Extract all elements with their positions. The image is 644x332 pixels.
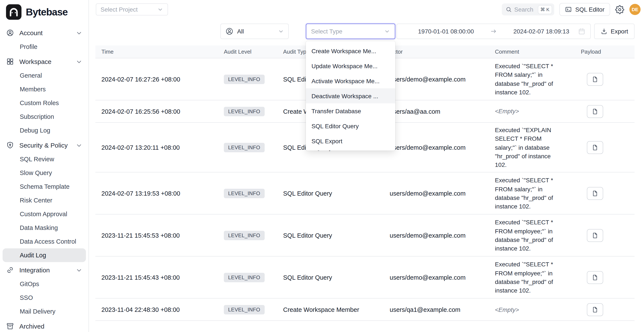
sidebar-item-general[interactable]: General: [2, 69, 86, 82]
chevron-down-icon: [76, 142, 82, 149]
brand-logo[interactable]: Bytebase: [0, 3, 88, 25]
sidebar-item-audit-log[interactable]: Audit Log: [2, 248, 86, 262]
type-option-update-workspace-me[interactable]: Update Workspace Me...: [306, 58, 395, 73]
cell-payload: [575, 73, 634, 86]
audit-level-badge: LEVEL_INFO: [224, 273, 264, 282]
file-icon: [592, 232, 598, 239]
table-row: 2023-11-04 21:26:24 +08:00LEVEL_INFOSQL …: [96, 321, 634, 332]
payload-button[interactable]: [587, 229, 603, 242]
cell-audit-level: LEVEL_INFO: [218, 74, 277, 84]
chevron-down-icon: [278, 28, 284, 34]
cell-time: 2023-11-04 22:48:30 +08:00: [96, 306, 218, 313]
cell-audit-type: Create Workspace Member: [277, 306, 384, 313]
sidebar-item-custom-approval[interactable]: Custom Approval: [2, 207, 86, 221]
filter-bar: All Select Type 1970-01-01 08:00:00 2024…: [89, 24, 644, 39]
cell-actor: users/demo@example.com: [384, 232, 489, 239]
table-row: 2023-11-21 15:45:53 +08:00LEVEL_INFOSQL …: [96, 215, 634, 257]
type-option-sql-export[interactable]: SQL Export: [306, 133, 395, 149]
sidebar-nav: AccountProfileWorkspaceGeneralMembersCus…: [0, 26, 88, 332]
payload-button[interactable]: [587, 187, 603, 200]
cell-actor: users/qa1@example.com: [384, 306, 489, 313]
sidebar-item-profile[interactable]: Profile: [2, 40, 86, 54]
cell-audit-level: LEVEL_INFO: [218, 189, 277, 198]
audit-level-badge: LEVEL_INFO: [224, 143, 264, 152]
cell-comment: Executed `"SELECT * FROM employee;"` in …: [489, 257, 575, 298]
cell-time: 2023-11-21 15:45:43 +08:00: [96, 274, 218, 281]
sidebar-item-members[interactable]: Members: [2, 82, 86, 96]
sidebar-section-archived[interactable]: Archived: [0, 319, 88, 332]
type-dropdown-menu: Create Workspace Me...Update Workspace M…: [306, 41, 395, 151]
type-option-deactivate-workspace[interactable]: Deactivate Workspace ...: [306, 88, 395, 103]
bytebase-logo-icon: [6, 4, 22, 20]
sidebar-item-custom-roles[interactable]: Custom Roles: [2, 96, 86, 110]
payload-button[interactable]: [587, 105, 603, 118]
type-filter-select[interactable]: Select Type: [306, 24, 395, 39]
sidebar-section-security-policy[interactable]: Security & Policy: [0, 138, 88, 152]
sidebar-item-schema-template[interactable]: Schema Template: [2, 180, 86, 193]
cell-audit-type: SQL Editor Query: [277, 274, 384, 281]
column-header-audit-level: Audit Level: [218, 48, 277, 55]
sidebar-item-sql-review[interactable]: SQL Review: [2, 152, 86, 166]
payload-button[interactable]: [587, 73, 603, 86]
empty-comment: <Empty>: [495, 306, 519, 313]
cell-comment: <Empty>: [489, 104, 575, 119]
sidebar-item-sso[interactable]: SSO: [2, 291, 86, 305]
settings-button[interactable]: [615, 5, 624, 14]
table-row: 2024-02-07 13:19:53 +08:00LEVEL_INFOSQL …: [96, 173, 634, 215]
cell-comment: Executed `"SELECT * FROM salary;"` in da…: [489, 59, 575, 100]
audit-level-badge: LEVEL_INFO: [224, 74, 264, 84]
payload-button[interactable]: [587, 141, 603, 154]
type-option-sql-editor-query[interactable]: SQL Editor Query: [306, 118, 395, 133]
cell-comment: <Empty>: [489, 302, 575, 317]
sidebar-section-label: Archived: [19, 323, 82, 330]
sidebar-item-gitops[interactable]: GitOps: [2, 277, 86, 291]
cell-time: 2024-02-07 13:19:53 +08:00: [96, 190, 218, 197]
cell-time: 2024-02-07 16:27:26 +08:00: [96, 76, 218, 83]
sidebar-item-data-masking[interactable]: Data Masking: [2, 221, 86, 235]
sql-editor-button[interactable]: SQL Editor: [559, 3, 610, 16]
table-row: 2023-11-04 22:48:30 +08:00LEVEL_INFOCrea…: [96, 299, 634, 321]
sidebar-section-account[interactable]: Account: [0, 26, 88, 40]
file-icon: [592, 108, 598, 115]
type-option-transfer-database[interactable]: Transfer Database: [306, 103, 395, 118]
export-button[interactable]: Export: [594, 24, 634, 39]
cell-audit-level: LEVEL_INFO: [218, 273, 277, 282]
table-row: 2023-11-21 15:45:43 +08:00LEVEL_INFOSQL …: [96, 257, 634, 299]
file-icon: [592, 306, 598, 313]
brand-name: Bytebase: [26, 6, 68, 18]
file-icon: [592, 144, 598, 151]
shield-icon: [6, 141, 14, 149]
sidebar-item-subscription[interactable]: Subscription: [2, 110, 86, 124]
sidebar-section-integration[interactable]: Integration: [0, 263, 88, 277]
user-circle-icon: [225, 27, 234, 36]
type-filter-placeholder: Select Type: [311, 28, 342, 35]
export-label: Export: [611, 28, 628, 35]
type-option-activate-workspace-me[interactable]: Activate Workspace Me...: [306, 73, 395, 88]
column-header-comment: Comment: [489, 48, 575, 55]
arrow-right-icon: [490, 28, 497, 35]
empty-comment: <Empty>: [495, 108, 519, 115]
payload-button[interactable]: [587, 271, 603, 284]
cell-actor: users/demo@example.com: [384, 190, 489, 197]
cell-audit-level: LEVEL_INFO: [218, 305, 277, 315]
cell-time: 2024-02-07 16:25:56 +08:00: [96, 108, 218, 115]
topbar-right: Search ⌘ K SQL Editor DE: [502, 3, 640, 16]
audit-level-badge: LEVEL_INFO: [224, 189, 264, 198]
sidebar-item-risk-center[interactable]: Risk Center: [2, 193, 86, 207]
date-range-start: 1970-01-01 08:00:00: [418, 28, 474, 35]
sidebar-item-debug-log[interactable]: Debug Log: [2, 124, 86, 137]
sidebar-section-workspace[interactable]: Workspace: [0, 54, 88, 69]
payload-button[interactable]: [587, 303, 603, 316]
audit-level-badge: LEVEL_INFO: [224, 231, 264, 240]
avatar[interactable]: DE: [630, 4, 640, 15]
search-input[interactable]: Search ⌘ K: [502, 3, 554, 15]
type-option-create-workspace-me[interactable]: Create Workspace Me...: [306, 43, 395, 58]
project-select-value: Select Project: [100, 6, 138, 13]
sidebar-item-mail-delivery[interactable]: Mail Delivery: [2, 305, 86, 318]
actor-filter-select[interactable]: All: [220, 24, 289, 39]
date-range-picker[interactable]: 1970-01-01 08:00:00 2024-02-07 18:09:13: [396, 24, 591, 39]
file-icon: [592, 190, 598, 197]
sidebar-item-data-access-control[interactable]: Data Access Control: [2, 235, 86, 248]
sidebar-item-slow-query[interactable]: Slow Query: [2, 166, 86, 180]
project-select[interactable]: Select Project: [96, 3, 168, 15]
